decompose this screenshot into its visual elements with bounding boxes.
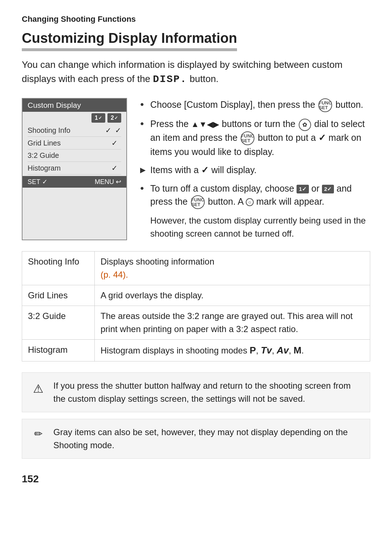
intro-part2: button. [190, 73, 219, 84]
notice-text-1: If you press the shutter button halfway … [53, 379, 362, 405]
lcd-screen: Custom Display 1✓ 2✓ Shooting Info ✓✓ Gr… [22, 98, 127, 240]
table-row-grid-lines: Grid Lines A grid overlays the display. [22, 285, 370, 306]
table-row-shooting-info: Shooting Info Displays shooting informat… [22, 252, 370, 285]
pencil-icon: ✏ [30, 426, 46, 442]
bullet-item-3: ▶ Items with a ✓ will display. [140, 163, 370, 176]
func-btn-1: FUNCSET [318, 98, 332, 112]
bullet-item-2: ● Press the ▲▼◀▶ buttons or turn the ✿ d… [140, 117, 370, 158]
func-btn-2: FUNCSET [241, 131, 254, 145]
lcd-row-histogram: Histogram ✓ [28, 162, 121, 175]
info-table: Shooting Info Displays shooting informat… [22, 251, 370, 361]
table-cell-desc-1: Displays shooting information (p. 44). [95, 252, 370, 285]
dial-icon: ✿ [299, 119, 311, 131]
table-cell-label-1: Shooting Info [22, 252, 95, 285]
notice-box-1: ⚠ If you press the shutter button halfwa… [22, 372, 370, 412]
lcd-bottom-right: MENU ↩ [95, 178, 121, 186]
func-btn-3: FUNCSET [191, 195, 205, 209]
notice-text-2: Gray items can also be set, however, the… [53, 426, 362, 452]
mode-text: P, Tv, Av, M. [250, 345, 304, 355]
bullet-item-4: ● To turn off a custom display, choose 1… [140, 182, 370, 209]
table-cell-desc-4: Histogram displays in shooting modes P, … [95, 340, 370, 361]
notice-icon-1: ⚠ [30, 380, 46, 397]
bullet-item-1: ● Choose [Custom Display], then press th… [140, 98, 370, 112]
link-p44: (p. 44). [101, 270, 128, 279]
lcd-icon-1: 1✓ [91, 113, 105, 123]
table-row-histogram: Histogram Histogram displays in shooting… [22, 340, 370, 361]
page-title: Customizing Display Information [22, 30, 237, 51]
table-row-32-guide: 3:2 Guide The areas outside the 3:2 rang… [22, 306, 370, 340]
however-text: However, the custom display currently be… [150, 214, 370, 240]
disp-button-text: DISP. [153, 74, 187, 85]
table-cell-label-4: Histogram [22, 340, 95, 361]
badge-1: 1✓ [297, 185, 309, 193]
lcd-icon-2: 2✓ [107, 113, 121, 123]
lcd-title: Custom Display [23, 99, 126, 112]
table-cell-desc-3: The areas outside the 3:2 range are gray… [95, 306, 370, 340]
lcd-row-grid-lines: Grid Lines ✓ [28, 137, 121, 150]
table-cell-label-3: 3:2 Guide [22, 306, 95, 340]
lcd-row-shooting-info: Shooting Info ✓✓ [28, 124, 121, 137]
section-label: Changing Shooting Functions [22, 15, 370, 24]
lcd-row-32-guide: 3:2 Guide [28, 150, 121, 162]
lcd-bottom-left: SET ✓ [28, 178, 48, 186]
badge-2: 2✓ [322, 185, 334, 193]
intro-text: You can change which information is disp… [22, 58, 370, 87]
table-cell-desc-2: A grid overlays the display. [95, 285, 370, 306]
table-cell-label-2: Grid Lines [22, 285, 95, 306]
notice-box-2: ✏ Gray items can also be set, however, t… [22, 419, 370, 459]
circle-mark-icon: ○ [246, 198, 254, 206]
page-number: 152 [22, 473, 370, 485]
